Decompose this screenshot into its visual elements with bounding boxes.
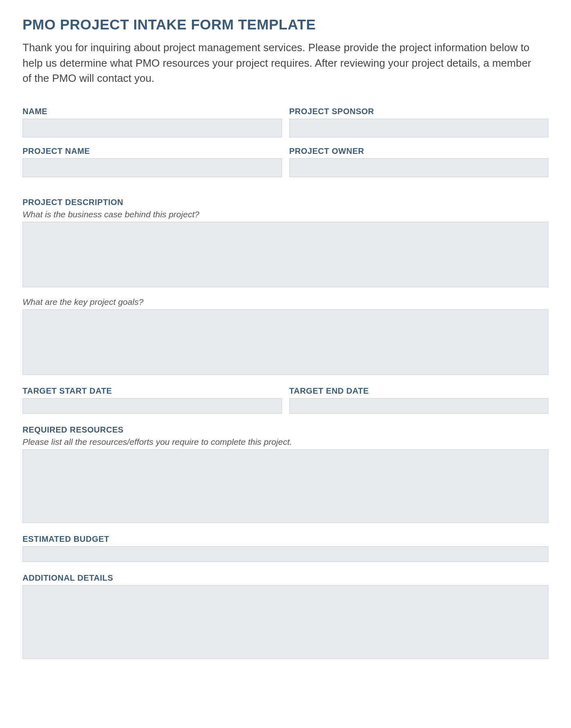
required-resources-prompt: Please list all the resources/efforts yo… <box>23 437 548 447</box>
target-start-date-label: TARGET START DATE <box>23 386 282 396</box>
target-end-date-label: TARGET END DATE <box>289 386 549 396</box>
business-case-prompt: What is the business case behind this pr… <box>23 210 548 219</box>
page-title: PMO PROJECT INTAKE FORM TEMPLATE <box>23 16 548 33</box>
required-resources-label: REQUIRED RESOURCES <box>23 425 548 435</box>
name-input[interactable] <box>23 119 282 137</box>
name-label: NAME <box>23 107 282 116</box>
project-sponsor-input[interactable] <box>289 119 549 137</box>
estimated-budget-input[interactable] <box>23 546 548 562</box>
project-name-input[interactable] <box>23 158 282 177</box>
target-start-date-input[interactable] <box>23 398 282 414</box>
intro-text: Thank you for inquiring about project ma… <box>23 40 538 86</box>
additional-details-label: ADDITIONAL DETAILS <box>23 573 548 583</box>
project-owner-label: PROJECT OWNER <box>289 147 549 156</box>
project-sponsor-label: PROJECT SPONSOR <box>289 107 549 116</box>
business-case-input[interactable] <box>23 222 548 287</box>
key-goals-prompt: What are the key project goals? <box>23 297 548 307</box>
project-name-label: PROJECT NAME <box>23 147 282 156</box>
project-owner-input[interactable] <box>289 158 549 177</box>
project-description-label: PROJECT DESCRIPTION <box>23 198 548 207</box>
key-goals-input[interactable] <box>23 309 548 375</box>
estimated-budget-label: ESTIMATED BUDGET <box>23 534 548 544</box>
additional-details-input[interactable] <box>23 585 548 659</box>
required-resources-input[interactable] <box>23 449 548 523</box>
target-end-date-input[interactable] <box>289 398 549 414</box>
